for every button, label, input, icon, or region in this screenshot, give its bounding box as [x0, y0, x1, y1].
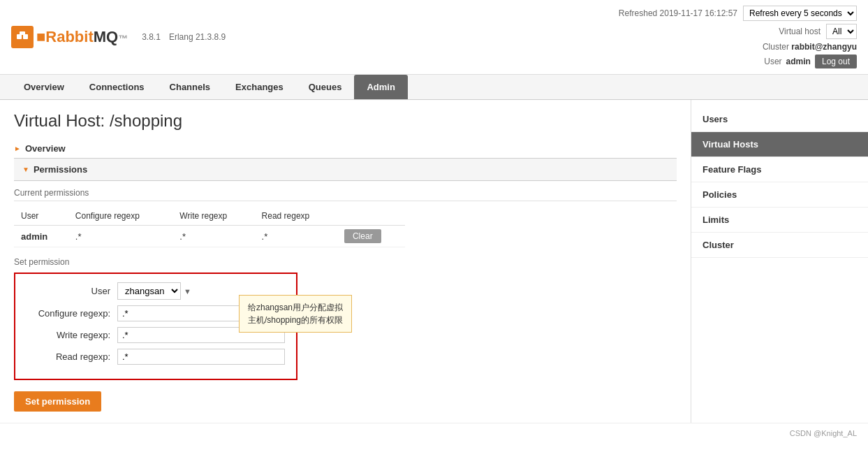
version-info: 3.8.1 Erlang 21.3.8.9 — [142, 32, 226, 42]
vhost-row: Virtual host All — [779, 24, 857, 39]
sidebar-item-users[interactable]: Users — [691, 107, 868, 132]
perm-user: admin — [14, 226, 68, 247]
sidebar-item-limits[interactable]: Limits — [691, 208, 868, 233]
form-user-label: User — [27, 286, 117, 296]
col-actions — [337, 207, 405, 226]
main-layout: Virtual Host: /shopping ► Overview ▼ Per… — [0, 100, 868, 423]
user-label: User — [764, 57, 781, 66]
col-read: Read regexp — [255, 207, 337, 226]
logo-text: ■RabbitMQ™ — [36, 28, 128, 46]
overview-arrow-icon: ► — [14, 145, 21, 152]
nav-queues[interactable]: Queues — [296, 75, 355, 99]
tooltip-box: 给zhangsan用户分配虚拟主机/shopping的所有权限 — [239, 295, 352, 333]
sidebar-item-feature-flags[interactable]: Feature Flags — [691, 157, 868, 182]
sidebar: Users Virtual Hosts Feature Flags Polici… — [691, 100, 868, 423]
cluster-row: Cluster rabbit@zhangyu — [763, 42, 857, 52]
col-write: Write regexp — [172, 207, 254, 226]
sidebar-item-virtual-hosts[interactable]: Virtual Hosts — [691, 132, 868, 157]
form-read-input[interactable]: .* — [117, 349, 285, 365]
nav-exchanges[interactable]: Exchanges — [223, 75, 296, 99]
set-permission-form: User zhangsan ▼ Configure regexp: .* Wri… — [14, 273, 297, 380]
nav-connections[interactable]: Connections — [77, 75, 157, 99]
logo: ■RabbitMQ™ — [11, 26, 128, 48]
refresh-select[interactable]: Refresh every 5 seconds — [743, 6, 857, 21]
permissions-table: User Configure regexp Write regexp Read … — [14, 207, 405, 247]
logout-button[interactable]: Log out — [815, 55, 857, 68]
set-permission-button[interactable]: Set permission — [14, 391, 101, 412]
footer-text: CSDN @Knight_AL — [790, 429, 857, 437]
form-user-select[interactable]: zhangsan — [117, 282, 181, 300]
perm-read: .* — [255, 226, 337, 247]
svg-rect-2 — [20, 31, 25, 35]
overview-section-header[interactable]: ► Overview — [14, 139, 677, 158]
svg-rect-0 — [17, 34, 22, 39]
header: ■RabbitMQ™ 3.8.1 Erlang 21.3.8.9 Refresh… — [0, 0, 868, 75]
perm-configure: .* — [68, 226, 173, 247]
footer: CSDN @Knight_AL — [0, 423, 868, 443]
cluster-label: Cluster — [763, 42, 789, 52]
user-value: admin — [786, 57, 811, 66]
content-area: Virtual Host: /shopping ► Overview ▼ Per… — [0, 100, 691, 423]
current-permissions-label: Current permissions — [14, 188, 677, 201]
form-read-row: Read regexp: .* — [27, 349, 285, 365]
form-read-label: Read regexp: — [27, 351, 117, 362]
permissions-arrow-icon: ▼ — [22, 166, 29, 173]
nav-admin[interactable]: Admin — [354, 75, 407, 99]
perm-clear-cell: Clear — [337, 226, 405, 247]
refresh-row: Refreshed 2019-11-17 16:12:57 Refresh ev… — [619, 6, 857, 21]
overview-label: Overview — [25, 143, 66, 154]
svg-rect-1 — [23, 34, 28, 39]
col-configure: Configure regexp — [68, 207, 173, 226]
page-title: Virtual Host: /shopping — [14, 111, 677, 131]
nav-bar: Overview Connections Channels Exchanges … — [0, 75, 868, 100]
version-number: 3.8.1 — [142, 32, 161, 42]
refresh-timestamp: Refreshed 2019-11-17 16:12:57 — [619, 8, 737, 18]
permissions-label: Permissions — [34, 164, 87, 175]
nav-overview[interactable]: Overview — [11, 75, 77, 99]
perm-write: .* — [172, 226, 254, 247]
set-permission-label: Set permission — [14, 257, 677, 267]
sidebar-item-policies[interactable]: Policies — [691, 182, 868, 208]
permissions-section-header[interactable]: ▼ Permissions — [14, 158, 677, 181]
header-right: Refreshed 2019-11-17 16:12:57 Refresh ev… — [619, 6, 857, 68]
rabbitmq-logo-icon — [11, 26, 34, 48]
cluster-value: rabbit@zhangyu — [791, 42, 857, 52]
erlang-version: Erlang 21.3.8.9 — [169, 32, 226, 42]
vhost-label: Virtual host — [779, 27, 821, 36]
col-user: User — [14, 207, 68, 226]
form-configure-label: Configure regexp: — [27, 308, 117, 319]
form-write-label: Write regexp: — [27, 330, 117, 340]
sidebar-item-cluster[interactable]: Cluster — [691, 233, 868, 258]
table-row: admin .* .* .* Clear — [14, 226, 405, 247]
vhost-select[interactable]: All — [826, 24, 857, 39]
clear-button[interactable]: Clear — [344, 229, 381, 243]
nav-channels[interactable]: Channels — [157, 75, 223, 99]
tooltip-text: 给zhangsan用户分配虚拟主机/shopping的所有权限 — [248, 303, 343, 325]
user-row: User admin Log out — [764, 55, 857, 68]
